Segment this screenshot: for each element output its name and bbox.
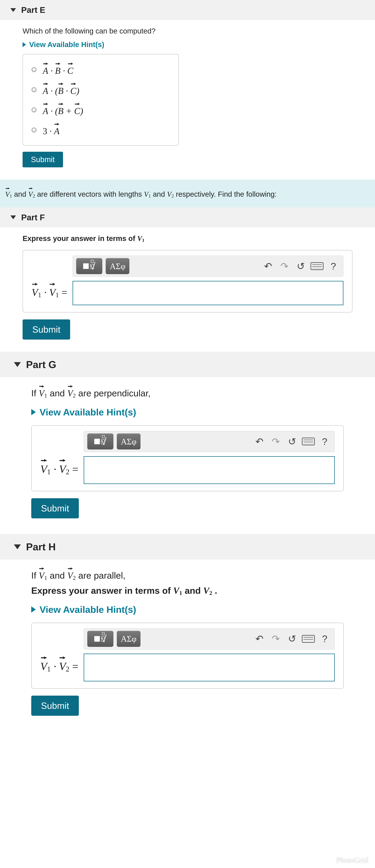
part-g-prompt: If V1 and V2 are perpendicular, <box>31 386 344 399</box>
part-f-body: Express your answer in terms of V1 V1 · … <box>0 227 375 352</box>
greek-button[interactable]: ΑΣφ <box>117 631 140 647</box>
keyboard-icon[interactable] <box>302 632 315 645</box>
answer-lhs: V1 · V2 = <box>40 657 79 681</box>
hints-label: View Available Hint(s) <box>39 407 136 417</box>
redo-icon[interactable]: ↷ <box>269 632 282 645</box>
answer-box: V1 · V1 = √ ΑΣφ ↶ ↷ ↺ ? <box>23 250 352 312</box>
answer-input[interactable] <box>84 456 335 484</box>
option-a-label: A · B · C <box>43 63 73 76</box>
greek-button[interactable]: ΑΣφ <box>106 258 129 274</box>
answer-lhs: V1 · V1 = <box>32 284 67 305</box>
keyboard-icon[interactable] <box>302 435 315 448</box>
options-group: A · B · C A · (B · C) A · (B + C) 3 · A <box>23 54 179 146</box>
greek-button[interactable]: ΑΣφ <box>117 433 140 450</box>
submit-button[interactable]: Submit <box>23 319 70 340</box>
radio-icon[interactable] <box>32 87 36 92</box>
undo-icon[interactable]: ↶ <box>253 632 266 645</box>
hints-label: View Available Hint(s) <box>39 604 136 615</box>
chevron-down-icon <box>14 545 21 549</box>
templates-button[interactable]: √ <box>76 258 102 274</box>
part-e-question: Which of the following can be computed? <box>23 27 352 35</box>
part-g-title: Part G <box>26 359 56 370</box>
keyboard-icon[interactable] <box>311 260 323 273</box>
redo-icon[interactable]: ↷ <box>278 260 291 273</box>
math-toolbar: √ ΑΣφ ↶ ↷ ↺ ? <box>72 255 343 277</box>
option-c-label: A · (B + C) <box>43 104 83 116</box>
part-h-title: Part H <box>26 541 56 553</box>
submit-button[interactable]: Submit <box>31 498 79 518</box>
help-icon[interactable]: ? <box>318 435 331 448</box>
radio-icon[interactable] <box>32 128 36 132</box>
chevron-down-icon <box>10 8 16 12</box>
part-g-header[interactable]: Part G <box>0 352 375 377</box>
part-e-header[interactable]: Part E <box>0 0 375 20</box>
prompt2-pre: Express your answer in terms of <box>31 586 173 596</box>
part-h-header[interactable]: Part H <box>0 534 375 559</box>
chevron-right-icon <box>23 42 26 47</box>
chevron-right-icon <box>31 607 36 613</box>
prompt2-mid: and <box>182 586 203 596</box>
templates-button[interactable]: √ <box>87 631 113 647</box>
answer-box: V1 · V2 = √ ΑΣφ ↶ ↷ ↺ ? <box>31 425 344 491</box>
chevron-down-icon <box>14 362 21 367</box>
option-d[interactable]: 3 · A <box>32 120 170 140</box>
option-c[interactable]: A · (B + C) <box>32 100 170 120</box>
reset-icon[interactable]: ↺ <box>294 260 307 273</box>
part-h-body: If V1 and V2 are parallel, Express your … <box>0 559 375 732</box>
math-toolbar: √ ΑΣφ ↶ ↷ ↺ ? <box>84 628 335 649</box>
undo-icon[interactable]: ↶ <box>262 260 275 273</box>
templates-button[interactable]: √ <box>87 433 113 450</box>
chevron-right-icon <box>31 409 36 415</box>
view-hints-link[interactable]: View Available Hint(s) <box>31 604 344 615</box>
option-a[interactable]: A · B · C <box>32 60 170 80</box>
part-f-prompt: Express your answer in terms of V1 <box>23 235 352 243</box>
info-bar: V1 and V2 are different vectors with len… <box>0 180 375 208</box>
math-toolbar: √ ΑΣφ ↶ ↷ ↺ ? <box>84 431 335 452</box>
answer-lhs: V1 · V2 = <box>40 460 79 484</box>
part-e-title: Part E <box>21 5 45 15</box>
chevron-down-icon <box>10 215 16 219</box>
part-f-title: Part F <box>21 213 45 222</box>
hints-label: View Available Hint(s) <box>29 40 104 49</box>
answer-input[interactable] <box>84 654 335 681</box>
submit-button[interactable]: Submit <box>31 695 79 716</box>
part-h-prompt2: Express your answer in terms of V1 and V… <box>31 585 344 596</box>
reset-icon[interactable]: ↺ <box>286 435 299 448</box>
option-d-label: 3 · A <box>43 124 60 136</box>
part-h-prompt1: If V1 and V2 are parallel, <box>31 568 344 581</box>
radio-icon[interactable] <box>32 67 36 72</box>
prompt2-post: . <box>212 586 217 596</box>
option-b[interactable]: A · (B · C) <box>32 80 170 100</box>
view-hints-link[interactable]: View Available Hint(s) <box>31 407 344 417</box>
option-b-label: A · (B · C) <box>43 84 79 96</box>
part-e-body: Which of the following can be computed? … <box>0 20 375 180</box>
submit-button[interactable]: Submit <box>23 152 63 167</box>
answer-box: V1 · V2 = √ ΑΣφ ↶ ↷ ↺ ? <box>31 623 344 689</box>
redo-icon[interactable]: ↷ <box>269 435 282 448</box>
part-f-header[interactable]: Part F <box>0 208 375 227</box>
reset-icon[interactable]: ↺ <box>286 632 299 645</box>
part-g-body: If V1 and V2 are perpendicular, View Ava… <box>0 377 375 534</box>
help-icon[interactable]: ? <box>318 632 331 645</box>
view-hints-link[interactable]: View Available Hint(s) <box>23 40 352 49</box>
prompt-pre: Express your answer in terms of <box>23 235 137 243</box>
radio-icon[interactable] <box>32 107 36 112</box>
undo-icon[interactable]: ↶ <box>253 435 266 448</box>
help-icon[interactable]: ? <box>327 260 340 273</box>
answer-input[interactable] <box>72 281 343 305</box>
